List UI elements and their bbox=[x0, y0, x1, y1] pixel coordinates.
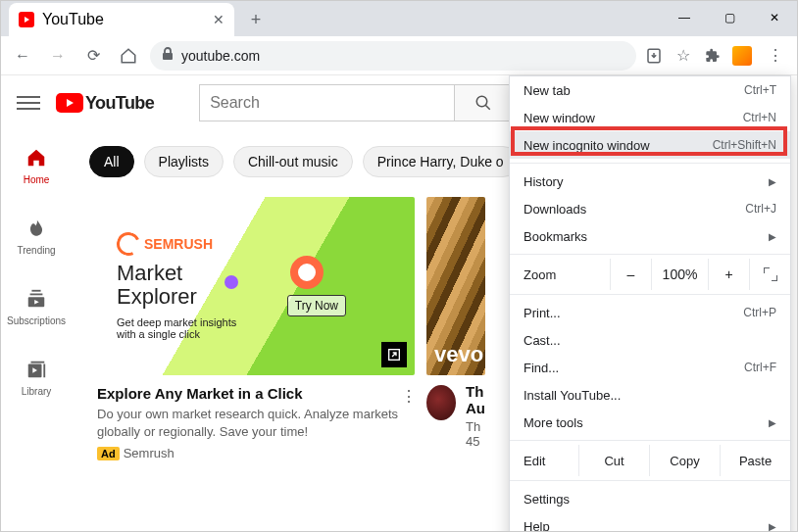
semrush-logo: SEMRUSH bbox=[117, 232, 395, 256]
forward-button[interactable]: → bbox=[44, 42, 72, 70]
omnibox[interactable]: youtube.com bbox=[150, 41, 636, 71]
ad-sponsor-line: AdSemrush bbox=[97, 446, 415, 460]
maximize-button[interactable]: ▢ bbox=[707, 3, 752, 32]
video-thumbnail[interactable]: vevo bbox=[426, 197, 485, 375]
guide-menu-button[interactable] bbox=[17, 91, 40, 115]
sidebar-label: Subscriptions bbox=[7, 315, 66, 326]
menu-install-youtube[interactable]: Install YouTube... bbox=[510, 381, 790, 409]
svg-point-2 bbox=[476, 96, 487, 107]
ad-thumbnail[interactable]: SEMRUSH MarketExplorer Get deep market i… bbox=[97, 197, 415, 375]
menu-new-incognito[interactable]: New incognito windowCtrl+Shift+N bbox=[510, 131, 790, 159]
ad-headline: MarketExplorer bbox=[117, 262, 395, 309]
ad-subtext: Get deep market insightswith a single cl… bbox=[117, 316, 395, 340]
subscriptions-icon bbox=[25, 288, 47, 310]
ad-badge: Ad bbox=[97, 447, 120, 460]
close-tab-icon[interactable]: ✕ bbox=[213, 12, 224, 27]
extension-badge-icon[interactable] bbox=[732, 46, 752, 66]
card-menu-button[interactable]: ⋮ bbox=[401, 387, 417, 406]
menu-more-tools[interactable]: More tools▶ bbox=[510, 409, 790, 436]
ad-card-title: Explore Any Market in a Click bbox=[97, 385, 415, 402]
svg-rect-6 bbox=[31, 289, 40, 291]
sidebar-label: Library bbox=[22, 386, 52, 397]
menu-zoom: Zoom – 100% + bbox=[510, 259, 790, 290]
install-app-icon[interactable] bbox=[644, 46, 664, 66]
channel-avatar[interactable] bbox=[426, 385, 456, 420]
try-now-button[interactable]: Try Now bbox=[287, 295, 346, 316]
address-bar: ← → ⟳ youtube.com ☆ ⋮ bbox=[1, 36, 797, 75]
chrome-menu-button[interactable]: ⋮ bbox=[762, 42, 789, 70]
extensions-icon[interactable] bbox=[703, 46, 723, 66]
menu-new-window[interactable]: New windowCtrl+N bbox=[510, 104, 790, 131]
youtube-favicon bbox=[19, 12, 34, 27]
menu-paste[interactable]: Paste bbox=[720, 445, 790, 476]
home-button[interactable] bbox=[115, 42, 142, 70]
close-window-button[interactable]: ✕ bbox=[752, 3, 797, 32]
window-titlebar: YouTube ✕ + — ▢ ✕ bbox=[1, 1, 797, 36]
svg-line-3 bbox=[485, 105, 490, 110]
youtube-play-icon bbox=[56, 93, 83, 113]
bookmark-star-icon[interactable]: ☆ bbox=[673, 46, 693, 66]
video-meta: Th45 bbox=[466, 419, 485, 449]
zoom-in-button[interactable]: + bbox=[708, 259, 749, 290]
menu-print[interactable]: Print...Ctrl+P bbox=[510, 299, 790, 326]
zoom-out-button[interactable]: – bbox=[610, 259, 651, 290]
open-external-icon[interactable] bbox=[381, 342, 407, 367]
sidebar-item-library[interactable]: Library bbox=[1, 342, 72, 412]
sidebar-item-subscriptions[interactable]: Subscriptions bbox=[1, 271, 72, 342]
trending-icon bbox=[25, 218, 47, 239]
edit-label: Edit bbox=[510, 454, 578, 468]
sidebar: Home Trending Subscriptions Library bbox=[1, 130, 72, 412]
svg-rect-9 bbox=[31, 361, 45, 363]
chip-harry[interactable]: Prince Harry, Duke o bbox=[363, 146, 519, 177]
menu-downloads[interactable]: DownloadsCtrl+J bbox=[510, 195, 790, 222]
search-input[interactable] bbox=[199, 84, 454, 121]
menu-find[interactable]: Find...Ctrl+F bbox=[510, 354, 790, 381]
fullscreen-icon bbox=[764, 267, 777, 281]
menu-new-tab[interactable]: New tabCtrl+T bbox=[510, 76, 790, 104]
filter-chips: All Playlists Chill-out music Prince Har… bbox=[89, 146, 519, 177]
menu-cast[interactable]: Cast... bbox=[510, 326, 790, 354]
menu-bookmarks[interactable]: Bookmarks▶ bbox=[510, 222, 790, 250]
decorative-dot bbox=[224, 275, 238, 289]
zoom-label: Zoom bbox=[510, 267, 610, 282]
svg-rect-8 bbox=[43, 363, 45, 377]
menu-settings[interactable]: Settings bbox=[510, 485, 790, 512]
lock-icon bbox=[162, 47, 174, 64]
sidebar-item-trending[interactable]: Trending bbox=[1, 201, 72, 271]
youtube-logo[interactable]: YouTube bbox=[56, 93, 154, 114]
window-controls: — ▢ ✕ bbox=[662, 3, 797, 32]
reload-button[interactable]: ⟳ bbox=[79, 42, 107, 70]
svg-rect-0 bbox=[163, 53, 173, 60]
chip-all[interactable]: All bbox=[89, 146, 134, 177]
home-icon bbox=[25, 147, 47, 169]
library-icon bbox=[25, 359, 47, 380]
new-tab-button[interactable]: + bbox=[242, 6, 270, 33]
menu-help[interactable]: Help▶ bbox=[510, 512, 790, 532]
menu-cut[interactable]: Cut bbox=[578, 445, 649, 476]
chip-playlists[interactable]: Playlists bbox=[144, 146, 224, 177]
search-button[interactable] bbox=[454, 84, 513, 121]
zoom-level: 100% bbox=[651, 259, 708, 290]
sidebar-item-home[interactable]: Home bbox=[1, 130, 72, 201]
minimize-button[interactable]: — bbox=[662, 3, 707, 32]
menu-copy[interactable]: Copy bbox=[649, 445, 720, 476]
tab-title: YouTube bbox=[42, 11, 104, 28]
menu-edit-row: Edit Cut Copy Paste bbox=[510, 445, 790, 476]
video-card[interactable]: vevo ThAu Th45 bbox=[426, 197, 485, 460]
back-button[interactable]: ← bbox=[9, 42, 36, 70]
vevo-badge: vevo bbox=[434, 342, 483, 367]
ad-card-description: Do your own market research quick. Analy… bbox=[97, 406, 415, 440]
chip-chillout[interactable]: Chill-out music bbox=[233, 146, 353, 177]
menu-history[interactable]: History▶ bbox=[510, 168, 790, 195]
svg-rect-5 bbox=[30, 293, 43, 295]
sidebar-label: Home bbox=[24, 174, 50, 185]
sidebar-label: Trending bbox=[17, 245, 55, 256]
browser-tab[interactable]: YouTube ✕ bbox=[9, 3, 234, 36]
youtube-logo-text: YouTube bbox=[85, 93, 154, 114]
url-text: youtube.com bbox=[181, 48, 260, 64]
fullscreen-button[interactable] bbox=[749, 259, 790, 290]
chrome-menu: New tabCtrl+T New windowCtrl+N New incog… bbox=[509, 75, 791, 532]
video-title: ThAu bbox=[466, 383, 485, 416]
ad-card[interactable]: SEMRUSH MarketExplorer Get deep market i… bbox=[97, 197, 415, 460]
